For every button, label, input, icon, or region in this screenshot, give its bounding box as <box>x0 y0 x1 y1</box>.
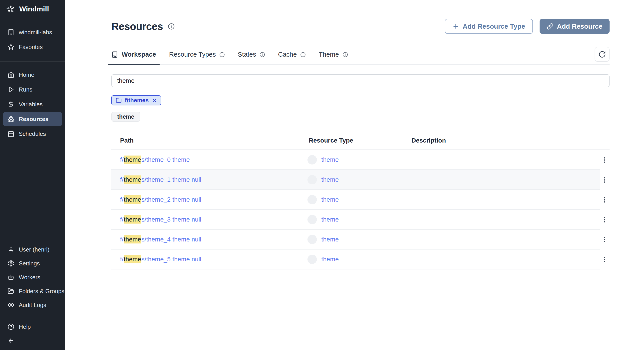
tabs: WorkspaceResource TypesStatesCacheTheme <box>111 51 348 65</box>
app-logo[interactable]: Windmill <box>0 0 65 18</box>
info-icon <box>300 52 306 57</box>
path-suffix: s/theme_1 theme null <box>141 176 201 183</box>
boxes-icon <box>8 116 14 122</box>
play-icon <box>8 86 14 93</box>
sidebar-item-runs[interactable]: Runs <box>3 82 62 97</box>
info-icon[interactable] <box>168 23 175 30</box>
table-row-main: f/themes/theme_5 theme nulltheme <box>111 249 600 269</box>
tab-states[interactable]: States <box>238 51 265 65</box>
info-icon <box>260 52 265 57</box>
table-row: f/themes/theme_0 themetheme <box>111 150 610 170</box>
resource-path-link[interactable]: f/themes/theme_0 theme <box>120 156 190 163</box>
add-resource-type-button[interactable]: Add Resource Type <box>445 19 533 34</box>
path-highlight: theme <box>124 235 142 243</box>
tab-label: States <box>238 51 256 58</box>
table-row: f/themes/theme_1 theme nulltheme <box>111 170 610 190</box>
add-resource-label: Add Resource <box>557 23 602 30</box>
column-header-path: Path <box>111 137 309 144</box>
table-row-main: f/themes/theme_2 theme nulltheme <box>111 190 600 210</box>
close-icon[interactable] <box>152 98 157 103</box>
bot-icon <box>8 274 14 281</box>
folder-filter-chip[interactable]: f/themes <box>111 95 161 105</box>
sidebar-item-label: Resources <box>19 116 48 123</box>
row-menu-button[interactable] <box>600 232 610 247</box>
sidebar-item-favorites[interactable]: Favorites <box>3 40 62 54</box>
tabs-bar: WorkspaceResource TypesStatesCacheTheme <box>111 47 610 65</box>
resource-type-link[interactable]: theme <box>321 216 339 223</box>
main-content: Resources Add Resource Type Add Resource… <box>65 0 644 350</box>
tab-label: Theme <box>319 51 339 58</box>
folder-icon <box>116 98 122 103</box>
sidebar-item-home[interactable]: Home <box>3 68 62 82</box>
sidebar: Windmill windmill-labsFavorites HomeRuns… <box>0 0 65 350</box>
tab-label: Cache <box>278 51 297 58</box>
column-header-resource-type: Resource Type <box>309 137 412 144</box>
sidebar-help-section: Help <box>0 312 65 350</box>
path-highlight: theme <box>124 215 142 224</box>
sidebar-item-settings[interactable]: Settings <box>3 257 62 270</box>
app-root: Windmill windmill-labsFavorites HomeRuns… <box>0 0 644 350</box>
table-row-main: f/themes/theme_4 theme nulltheme <box>111 230 600 249</box>
path-suffix: s/theme_2 theme null <box>141 196 201 203</box>
path-prefix: f/ <box>120 216 124 223</box>
sidebar-item-workers[interactable]: Workers <box>3 271 62 284</box>
sidebar-item-label: User (henri) <box>19 246 50 253</box>
sidebar-item-schedules[interactable]: Schedules <box>3 127 62 141</box>
resource-path-link[interactable]: f/themes/theme_5 theme null <box>120 256 201 263</box>
refresh-icon <box>598 51 606 58</box>
row-menu-button[interactable] <box>600 153 610 167</box>
path-prefix: f/ <box>120 156 124 163</box>
row-menu-button[interactable] <box>600 252 610 267</box>
path-suffix: s/theme_0 theme <box>141 156 190 163</box>
sidebar-item-folders-groups[interactable]: Folders & Groups <box>3 285 62 298</box>
sidebar-item-variables[interactable]: Variables <box>3 97 62 111</box>
sidebar-item-resources[interactable]: Resources <box>3 112 62 126</box>
sidebar-item-windmill-labs[interactable]: windmill-labs <box>3 25 62 39</box>
sidebar-item-help[interactable]: Help <box>3 320 62 333</box>
table-row-main: f/themes/theme_3 theme nulltheme <box>111 210 600 230</box>
path-prefix: f/ <box>120 196 124 203</box>
row-menu-button[interactable] <box>600 213 610 227</box>
tab-workspace[interactable]: Workspace <box>111 51 156 65</box>
resource-type-link[interactable]: theme <box>321 196 339 203</box>
resources-table: Path Resource Type Description f/themes/… <box>111 132 610 269</box>
column-header-description: Description <box>412 137 600 144</box>
table-row-main: f/themes/theme_0 themetheme <box>111 150 600 170</box>
more-vertical-icon <box>601 256 608 263</box>
refresh-button[interactable] <box>594 47 610 62</box>
resource-type-link[interactable]: theme <box>321 156 339 163</box>
path-prefix: f/ <box>120 236 124 243</box>
resource-path-link[interactable]: f/themes/theme_1 theme null <box>120 176 201 183</box>
resource-type-link[interactable]: theme <box>321 256 339 263</box>
row-menu-button[interactable] <box>600 173 610 187</box>
path-prefix: f/ <box>120 256 124 263</box>
info-icon <box>342 52 348 57</box>
row-menu-button[interactable] <box>600 193 610 207</box>
table-row: f/themes/theme_4 theme nulltheme <box>111 230 610 249</box>
sidebar-spacer <box>0 148 65 236</box>
page-header: Resources Add Resource Type Add Resource <box>111 19 610 34</box>
building-icon <box>8 29 14 36</box>
add-resource-button[interactable]: Add Resource <box>540 19 610 34</box>
tab-theme[interactable]: Theme <box>319 51 348 65</box>
tab-cache[interactable]: Cache <box>278 51 306 65</box>
app-title: Windmill <box>19 5 49 13</box>
sidebar-item-label: Audit Logs <box>19 302 46 309</box>
search-input[interactable] <box>111 74 610 87</box>
more-vertical-icon <box>601 176 608 183</box>
resource-path-link[interactable]: f/themes/theme_4 theme null <box>120 236 201 243</box>
sidebar-item-item[interactable] <box>3 334 62 347</box>
tab-resource-types[interactable]: Resource Types <box>169 51 225 65</box>
resource-type-link[interactable]: theme <box>321 176 339 183</box>
table-row: f/themes/theme_3 theme nulltheme <box>111 210 610 230</box>
gear-icon <box>8 260 14 267</box>
sidebar-item-label: windmill-labs <box>19 29 52 36</box>
resource-path-link[interactable]: f/themes/theme_3 theme null <box>120 216 201 223</box>
sidebar-item-audit-logs[interactable]: Audit Logs <box>3 298 62 311</box>
sidebar-item-label: Variables <box>19 101 42 108</box>
user-icon <box>8 246 14 253</box>
resource-path-link[interactable]: f/themes/theme_2 theme null <box>120 196 201 203</box>
sidebar-item-user-henri[interactable]: User (henri) <box>3 243 62 256</box>
resource-type-link[interactable]: theme <box>321 236 339 243</box>
arrow-left-icon <box>8 337 14 344</box>
